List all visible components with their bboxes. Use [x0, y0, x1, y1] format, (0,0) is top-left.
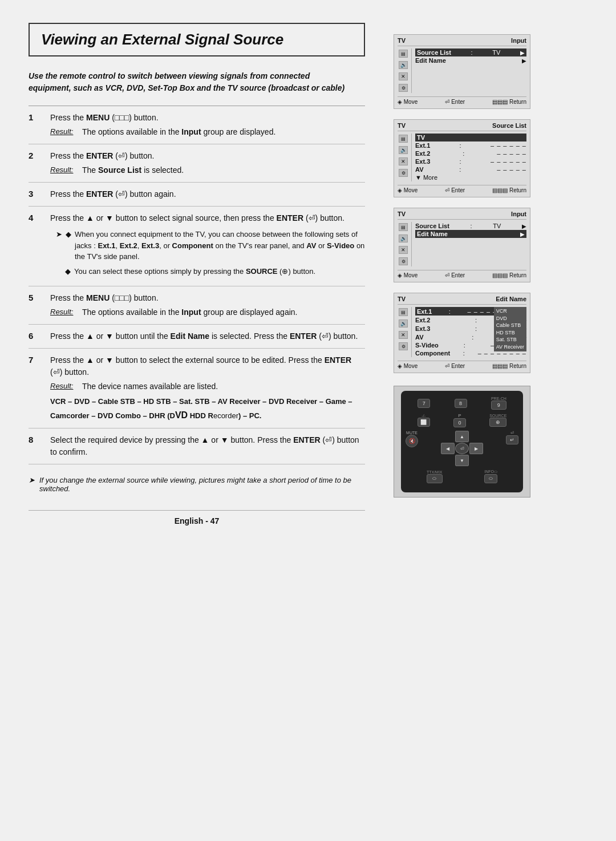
result-text-7: The device names available are listed.	[82, 381, 218, 393]
enter-button[interactable]: ↵	[506, 435, 518, 444]
remote-btn-0[interactable]: 0	[453, 418, 466, 427]
enter-area: ⏎ ↵	[506, 431, 518, 444]
tv-w3-row1: Source List : TV ▶	[415, 222, 526, 230]
tv-icon-9: ▤	[399, 223, 408, 231]
tv-w3-row2: Edit Name ▶	[415, 230, 526, 238]
dpad-ok[interactable]: ⏎	[455, 443, 469, 454]
tv-icon-1: ▤	[399, 50, 408, 58]
tv-widget-2-header: TV Source List	[398, 122, 526, 131]
mute-area: MUTE 🔇	[406, 431, 418, 447]
mute-button[interactable]: 🔇	[406, 435, 418, 447]
step-number-8: 8	[29, 434, 42, 458]
remote-btn-dash[interactable]: ⬜	[418, 418, 430, 427]
tv-icon-7: ✕	[399, 157, 408, 165]
tv-w4-main: Ext.1 : – – – – – – ▶ Ext.2 : ▶	[415, 307, 526, 357]
step-7: 7 Press the ▲ or ▼ button to select the …	[29, 349, 365, 428]
tv-widget-2-body: ▤ 🔊 ✕ ⚙ TV Ext.1 : – – – – – – Ext.2	[398, 134, 526, 181]
ttxmix-button[interactable]: ⬭	[427, 474, 443, 483]
tv-w1-row2: Edit Name ▶	[415, 56, 526, 64]
dpad-up[interactable]: ▲	[455, 431, 469, 442]
tv-w2-ext1: Ext.1 : – – – – – –	[415, 141, 526, 149]
tv-w1-icons: ▤ 🔊 ✕ ⚙	[398, 48, 412, 93]
intro-text: Use the remote control to switch between…	[29, 70, 348, 94]
remote-row-3: MUTE 🔇 ▲ ◀ ⏎ ▶ ▼ ⏎	[406, 431, 518, 466]
info-area: INFO⬭ ⬭	[484, 470, 497, 483]
tv-w1-left: TV	[398, 37, 406, 44]
step-2: 2 Press the ENTER (⏎) button. Result: Th…	[29, 144, 365, 183]
tv-w1-right: Input	[511, 37, 526, 44]
remote-btn-9-area: PRE-CH 9	[491, 397, 506, 410]
step-content-8: Select the required device by pressing t…	[50, 434, 365, 458]
dpad-left[interactable]: ◀	[441, 443, 455, 454]
remote-btn-8[interactable]: 8	[455, 399, 467, 408]
dpad-right[interactable]: ▶	[469, 443, 483, 454]
tv-widget-4: TV Edit Name ▤ 🔊 ✕ ⚙ Ext.1 :	[394, 293, 530, 373]
dpad: ▲ ◀ ⏎ ▶ ▼	[441, 431, 483, 466]
tv-widget-4-header: TV Edit Name	[398, 296, 526, 305]
tv-widget-3-body: ▤ 🔊 ✕ ⚙ Source List : TV ▶ Edit Name ▶	[398, 222, 526, 266]
result-text-1: The options available in the Input group…	[82, 126, 275, 138]
page: Viewing an External Signal Source Use th…	[0, 0, 616, 841]
step-number-6: 6	[29, 330, 42, 342]
tv-w2-left: TV	[398, 122, 406, 129]
step-4: 4 Press the ▲ or ▼ button to select sign…	[29, 207, 365, 286]
step-number-1: 1	[29, 112, 42, 138]
remote-btn-dash-area: -/- ⬜	[418, 414, 430, 427]
tv-w3-right: Input	[511, 211, 526, 217]
dpad-down[interactable]: ▼	[455, 455, 469, 466]
ttxmix-area: TTX/MIX ⬭	[427, 470, 443, 483]
tv-icon-5: ▤	[399, 135, 408, 143]
tv-widget-1: TV Input ▤ 🔊 ✕ ⚙ Source List : TV ▶	[394, 34, 530, 109]
tv-icon-16: ⚙	[399, 342, 408, 350]
steps-container: 1 Press the MENU (□□□) button. Result: T…	[29, 106, 365, 464]
step-content-1: Press the MENU (□□□) button. Result: The…	[50, 112, 365, 138]
footer-note: ➤ If you change the external source whil…	[29, 476, 365, 493]
right-sidebar: TV Input ▤ 🔊 ✕ ⚙ Source List : TV ▶	[388, 0, 565, 841]
tv-widget-4-body: ▤ 🔊 ✕ ⚙ Ext.1 : – – – – – – ▶	[398, 307, 526, 357]
remote-btn-ppo[interactable]: ⊕	[489, 418, 506, 427]
remote-row-1: 7 8 PRE-CH 9	[406, 397, 518, 410]
tv-w2-footer: ◈ Move ⏎ Enter ▤▤▤ Return	[398, 185, 526, 193]
tv-icon-10: 🔊	[399, 234, 408, 242]
step-6: 6 Press the ▲ or ▼ button until the Edit…	[29, 325, 365, 349]
tv-widget-3: TV Input ▤ 🔊 ✕ ⚙ Source List : TV ▶	[394, 208, 530, 282]
tv-icon-15: ✕	[399, 331, 408, 339]
tv-icon-14: 🔊	[399, 320, 408, 327]
result-label-7: Result:	[50, 381, 76, 393]
tv-icon-2: 🔊	[399, 61, 408, 69]
remote-btn-8-area: 8	[455, 399, 467, 408]
tv-w4-left: TV	[398, 296, 406, 302]
tv-w3-footer: ◈ Move ⏎ Enter ▤▤▤ Return	[398, 270, 526, 278]
result-label-1: Result:	[50, 126, 76, 138]
vcr-popup: VCRDVDCable STBHD STBSat. STBAV Receiver	[494, 307, 526, 351]
note-4-2: ◆ You can select these options simply by…	[65, 266, 365, 277]
remote-widget: 7 8 PRE-CH 9 -/- ⬜	[394, 386, 530, 498]
remote-btn-7[interactable]: 7	[418, 399, 430, 408]
tv-icon-12: ⚙	[399, 257, 408, 265]
result-label-2: Result:	[50, 164, 76, 176]
tv-w2-right: Source List	[492, 122, 526, 129]
step-number-4: 4	[29, 212, 42, 280]
tv-icon-13: ▤	[399, 308, 408, 316]
step-content-5: Press the MENU (□□□) button. Result: The…	[50, 292, 365, 318]
step-number-3: 3	[29, 188, 42, 200]
tv-w1-footer: ◈ Move ⏎ Enter ▤▤▤ Return	[398, 96, 526, 105]
tv-w2-icons: ▤ 🔊 ✕ ⚙	[398, 134, 412, 181]
tv-w2-ext2: Ext.2 : – – – – –	[415, 149, 526, 157]
info-button[interactable]: ⬭	[484, 474, 497, 483]
tv-widget-3-header: TV Input	[398, 211, 526, 220]
tv-w3-icons: ▤ 🔊 ✕ ⚙	[398, 222, 412, 266]
tv-icon-4: ⚙	[399, 84, 408, 92]
tv-w1-main: Source List : TV ▶ Edit Name ▶	[415, 48, 526, 93]
remote-btn-9[interactable]: 9	[491, 401, 506, 410]
page-title-box: Viewing an External Signal Source	[29, 23, 365, 56]
tv-icon-6: 🔊	[399, 146, 408, 154]
remote-btn-0-area: P 0	[453, 413, 466, 427]
step-8: 8 Select the required device by pressing…	[29, 428, 365, 464]
tv-widget-2: TV Source List ▤ 🔊 ✕ ⚙ TV Ext.1 :	[394, 119, 530, 197]
tv-w2-main: TV Ext.1 : – – – – – – Ext.2 : – – – – –…	[415, 134, 526, 181]
remote-row-4: TTX/MIX ⬭ INFO⬭ ⬭	[406, 470, 518, 483]
tv-w2-av: AV : – – – – –	[415, 165, 526, 173]
tv-icon-8: ⚙	[399, 169, 408, 177]
left-content: Viewing an External Signal Source Use th…	[0, 0, 388, 841]
